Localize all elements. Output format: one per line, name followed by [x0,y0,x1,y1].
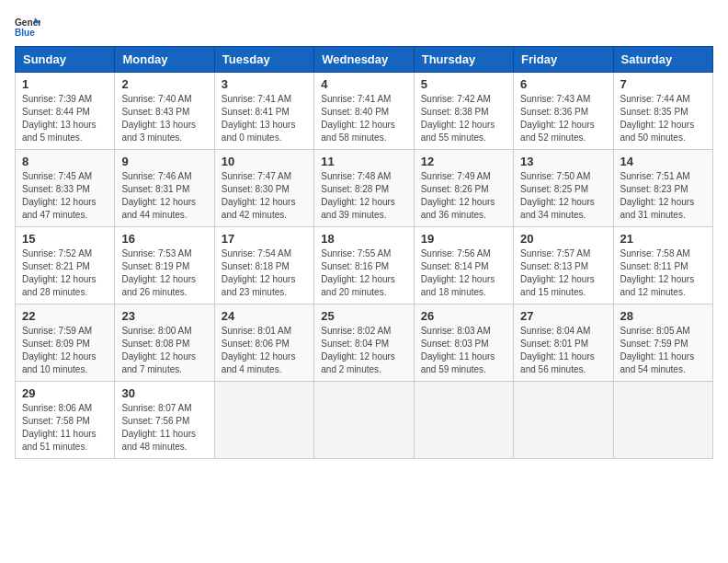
cell-content: Sunrise: 7:53 AM Sunset: 8:19 PM Dayligh… [121,247,207,299]
day-header-tuesday: Tuesday [214,47,313,73]
cell-content: Sunrise: 7:51 AM Sunset: 8:23 PM Dayligh… [620,170,706,222]
calendar-cell [514,382,613,459]
cell-content: Sunrise: 7:41 AM Sunset: 8:41 PM Dayligh… [222,93,307,144]
cell-content: Sunrise: 8:05 AM Sunset: 7:59 PM Dayligh… [620,325,706,376]
day-number: 14 [620,155,706,168]
day-number: 2 [121,77,207,91]
cell-content: Sunrise: 7:50 AM Sunset: 8:25 PM Dayligh… [520,170,606,222]
calendar-cell: 12 Sunrise: 7:49 AM Sunset: 8:26 PM Dayl… [414,150,513,227]
calendar-cell: 10 Sunrise: 7:47 AM Sunset: 8:30 PM Dayl… [214,150,313,227]
cell-content: Sunrise: 8:01 AM Sunset: 8:06 PM Dayligh… [222,325,307,376]
calendar-cell: 21 Sunrise: 7:58 AM Sunset: 8:11 PM Dayl… [613,227,712,304]
calendar-cell: 22 Sunrise: 7:59 AM Sunset: 8:09 PM Dayl… [16,304,115,382]
day-number: 18 [321,232,406,246]
day-number: 26 [421,309,506,323]
day-number: 25 [321,309,406,323]
cell-content: Sunrise: 7:46 AM Sunset: 8:31 PM Dayligh… [121,170,207,222]
calendar-cell [214,382,313,459]
day-number: 30 [121,386,207,400]
cell-content: Sunrise: 7:52 AM Sunset: 8:21 PM Dayligh… [22,247,108,299]
day-header-wednesday: Wednesday [314,47,414,73]
calendar-cell: 8 Sunrise: 7:45 AM Sunset: 8:33 PM Dayli… [16,150,115,227]
calendar-table: SundayMondayTuesdayWednesdayThursdayFrid… [15,46,713,459]
day-number: 28 [620,309,706,323]
cell-content: Sunrise: 7:48 AM Sunset: 8:28 PM Dayligh… [321,170,406,222]
day-number: 11 [321,155,406,168]
calendar-cell: 11 Sunrise: 7:48 AM Sunset: 8:28 PM Dayl… [314,150,414,227]
cell-content: Sunrise: 7:44 AM Sunset: 8:35 PM Dayligh… [620,93,706,144]
cell-content: Sunrise: 7:49 AM Sunset: 8:26 PM Dayligh… [421,170,506,222]
calendar-cell: 27 Sunrise: 8:04 AM Sunset: 8:01 PM Dayl… [514,304,613,382]
calendar-cell: 24 Sunrise: 8:01 AM Sunset: 8:06 PM Dayl… [214,304,313,382]
cell-content: Sunrise: 8:07 AM Sunset: 7:56 PM Dayligh… [121,402,207,454]
day-header-monday: Monday [115,47,214,73]
calendar-cell: 2 Sunrise: 7:40 AM Sunset: 8:43 PM Dayli… [115,73,214,150]
day-number: 4 [321,77,406,91]
day-number: 15 [22,232,108,246]
day-number: 22 [22,309,108,323]
day-number: 17 [222,232,307,246]
cell-content: Sunrise: 7:41 AM Sunset: 8:40 PM Dayligh… [321,93,406,144]
day-number: 29 [22,386,108,400]
calendar-cell: 16 Sunrise: 7:53 AM Sunset: 8:19 PM Dayl… [115,227,214,304]
day-number: 6 [520,77,606,91]
day-number: 1 [22,77,108,91]
cell-content: Sunrise: 8:03 AM Sunset: 8:03 PM Dayligh… [421,325,506,376]
calendar-cell: 26 Sunrise: 8:03 AM Sunset: 8:03 PM Dayl… [414,304,513,382]
day-header-thursday: Thursday [414,47,513,73]
day-number: 21 [620,232,706,246]
cell-content: Sunrise: 7:55 AM Sunset: 8:16 PM Dayligh… [321,247,406,299]
day-number: 20 [520,232,606,246]
logo: General Blue [15,15,40,40]
day-number: 19 [421,232,506,246]
calendar-week-row: 29 Sunrise: 8:06 AM Sunset: 7:58 PM Dayl… [16,382,713,459]
cell-content: Sunrise: 7:57 AM Sunset: 8:13 PM Dayligh… [520,247,606,299]
cell-content: Sunrise: 8:04 AM Sunset: 8:01 PM Dayligh… [520,325,606,376]
cell-content: Sunrise: 8:02 AM Sunset: 8:04 PM Dayligh… [321,325,406,376]
logo-icon: General Blue [15,15,40,40]
day-number: 9 [121,155,207,168]
cell-content: Sunrise: 7:47 AM Sunset: 8:30 PM Dayligh… [222,170,307,222]
day-number: 16 [121,232,207,246]
calendar-cell: 29 Sunrise: 8:06 AM Sunset: 7:58 PM Dayl… [16,382,115,459]
day-number: 23 [121,309,207,323]
day-number: 24 [222,309,307,323]
calendar-cell: 18 Sunrise: 7:55 AM Sunset: 8:16 PM Dayl… [314,227,414,304]
calendar-week-row: 1 Sunrise: 7:39 AM Sunset: 8:44 PM Dayli… [16,73,713,150]
cell-content: Sunrise: 7:40 AM Sunset: 8:43 PM Dayligh… [121,93,207,144]
calendar-cell [314,382,414,459]
calendar-cell: 15 Sunrise: 7:52 AM Sunset: 8:21 PM Dayl… [16,227,115,304]
cell-content: Sunrise: 7:45 AM Sunset: 8:33 PM Dayligh… [22,170,108,222]
calendar-week-row: 8 Sunrise: 7:45 AM Sunset: 8:33 PM Dayli… [16,150,713,227]
calendar-cell: 13 Sunrise: 7:50 AM Sunset: 8:25 PM Dayl… [514,150,613,227]
cell-content: Sunrise: 7:42 AM Sunset: 8:38 PM Dayligh… [421,93,506,144]
calendar-cell [613,382,712,459]
calendar-cell: 19 Sunrise: 7:56 AM Sunset: 8:14 PM Dayl… [414,227,513,304]
calendar-cell: 7 Sunrise: 7:44 AM Sunset: 8:35 PM Dayli… [613,73,712,150]
day-number: 8 [22,155,108,168]
day-number: 7 [620,77,706,91]
calendar-week-row: 22 Sunrise: 7:59 AM Sunset: 8:09 PM Dayl… [16,304,713,382]
page-header: General Blue [15,15,713,40]
cell-content: Sunrise: 7:58 AM Sunset: 8:11 PM Dayligh… [620,247,706,299]
calendar-cell: 17 Sunrise: 7:54 AM Sunset: 8:18 PM Dayl… [214,227,313,304]
calendar-cell: 20 Sunrise: 7:57 AM Sunset: 8:13 PM Dayl… [514,227,613,304]
calendar-cell [414,382,513,459]
calendar-cell: 28 Sunrise: 8:05 AM Sunset: 7:59 PM Dayl… [613,304,712,382]
cell-content: Sunrise: 7:39 AM Sunset: 8:44 PM Dayligh… [22,93,108,144]
calendar-cell: 30 Sunrise: 8:07 AM Sunset: 7:56 PM Dayl… [115,382,214,459]
calendar-cell: 3 Sunrise: 7:41 AM Sunset: 8:41 PM Dayli… [214,73,313,150]
cell-content: Sunrise: 8:06 AM Sunset: 7:58 PM Dayligh… [22,402,108,454]
cell-content: Sunrise: 7:54 AM Sunset: 8:18 PM Dayligh… [222,247,307,299]
calendar-cell: 5 Sunrise: 7:42 AM Sunset: 8:38 PM Dayli… [414,73,513,150]
day-number: 10 [222,155,307,168]
cell-content: Sunrise: 7:56 AM Sunset: 8:14 PM Dayligh… [421,247,506,299]
day-header-friday: Friday [514,47,613,73]
day-number: 27 [520,309,606,323]
cell-content: Sunrise: 7:43 AM Sunset: 8:36 PM Dayligh… [520,93,606,144]
svg-text:Blue: Blue [15,28,35,38]
calendar-cell: 14 Sunrise: 7:51 AM Sunset: 8:23 PM Dayl… [613,150,712,227]
calendar-header-row: SundayMondayTuesdayWednesdayThursdayFrid… [16,47,713,73]
day-number: 5 [421,77,506,91]
day-header-sunday: Sunday [16,47,115,73]
